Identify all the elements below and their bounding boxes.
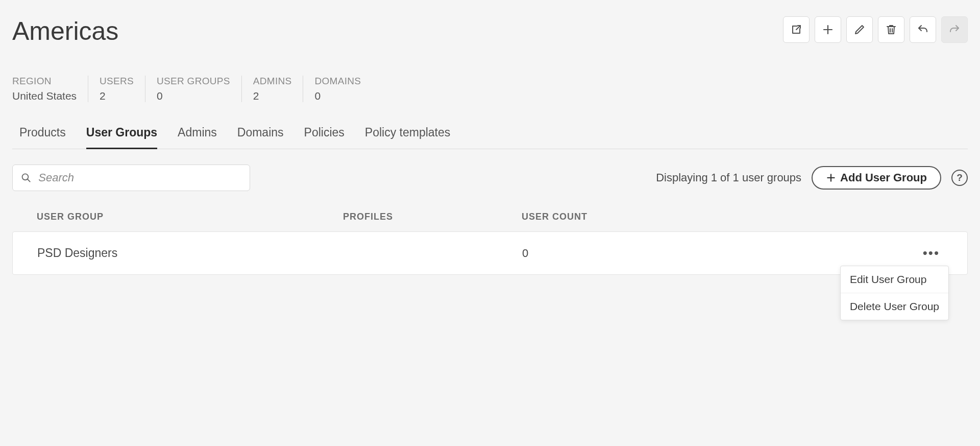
- stat-domains: DOMAINS 0: [303, 76, 372, 102]
- stat-label: DOMAINS: [314, 76, 361, 87]
- stat-value: 0: [157, 90, 230, 102]
- menu-edit-user-group[interactable]: Edit User Group: [841, 266, 948, 293]
- tab-domains[interactable]: Domains: [237, 126, 284, 149]
- display-count-text: Displaying 1 of 1 user groups: [656, 171, 801, 184]
- row-actions-menu: Edit User Group Delete User Group: [840, 266, 949, 320]
- stat-label: ADMINS: [253, 76, 292, 87]
- stat-label: USER GROUPS: [157, 76, 230, 87]
- edit-button[interactable]: [846, 16, 873, 43]
- tab-products[interactable]: Products: [19, 126, 66, 149]
- undo-button[interactable]: [910, 16, 936, 43]
- user-group-table: USER GROUP PROFILES USER COUNT PSD Desig…: [12, 212, 968, 275]
- stat-value: 2: [100, 90, 134, 102]
- redo-icon: [948, 24, 961, 36]
- add-user-group-button[interactable]: Add User Group: [812, 166, 941, 190]
- table-row[interactable]: PSD Designers 0 ••• Edit User Group Dele…: [12, 231, 968, 275]
- stat-user-groups: USER GROUPS 0: [145, 76, 242, 102]
- column-user-group: USER GROUP: [37, 212, 343, 222]
- stat-value: United States: [12, 90, 77, 102]
- stat-label: USERS: [100, 76, 134, 87]
- row-more-button[interactable]: •••: [920, 243, 943, 263]
- plus-icon: [822, 24, 834, 36]
- stat-value: 0: [314, 90, 361, 102]
- search-input[interactable]: [38, 171, 241, 184]
- search-box[interactable]: [12, 165, 250, 191]
- page-title: Americas: [12, 16, 118, 46]
- stat-region: REGION United States: [12, 76, 88, 102]
- tab-admins[interactable]: Admins: [178, 126, 217, 149]
- tab-policy-templates[interactable]: Policy templates: [365, 126, 450, 149]
- help-icon: ?: [957, 172, 963, 183]
- column-profiles: PROFILES: [343, 212, 522, 222]
- more-icon: •••: [923, 245, 940, 261]
- row-user-count: 0: [522, 247, 726, 260]
- pencil-icon: [853, 24, 866, 36]
- stat-admins: ADMINS 2: [242, 76, 304, 102]
- export-icon: [790, 24, 802, 36]
- delete-button[interactable]: [878, 16, 904, 43]
- tab-user-groups[interactable]: User Groups: [86, 126, 157, 149]
- add-user-group-label: Add User Group: [840, 171, 927, 184]
- tab-policies[interactable]: Policies: [304, 126, 345, 149]
- trash-icon: [885, 24, 897, 36]
- plus-icon: [826, 173, 836, 183]
- toolbar: [783, 16, 968, 43]
- add-button[interactable]: [815, 16, 841, 43]
- stat-label: REGION: [12, 76, 77, 87]
- stat-users: USERS 2: [88, 76, 145, 102]
- stat-value: 2: [253, 90, 292, 102]
- export-button[interactable]: [783, 16, 810, 43]
- tabs: Products User Groups Admins Domains Poli…: [12, 126, 968, 149]
- column-user-count: USER COUNT: [522, 212, 726, 222]
- search-icon: [21, 172, 31, 183]
- undo-icon: [917, 24, 929, 36]
- stats-bar: REGION United States USERS 2 USER GROUPS…: [12, 76, 968, 102]
- help-button[interactable]: ?: [951, 170, 968, 186]
- menu-delete-user-group[interactable]: Delete User Group: [841, 293, 948, 320]
- redo-button: [941, 16, 968, 43]
- row-user-group-name: PSD Designers: [37, 246, 344, 260]
